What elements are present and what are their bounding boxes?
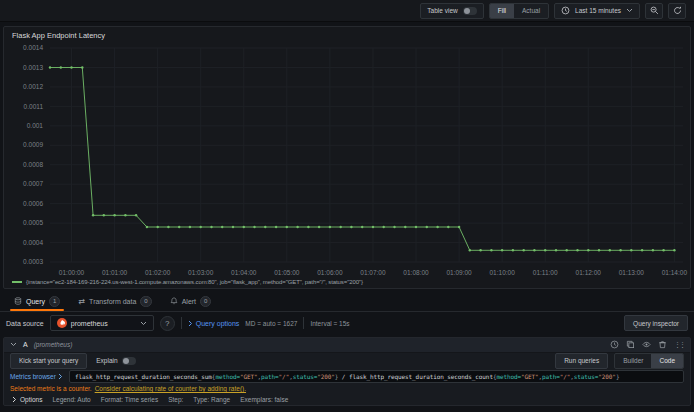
tab-query-label: Query [26, 298, 45, 305]
query-row-header[interactable]: A (prometheus) ⋮⋮ [4, 338, 690, 353]
drag-handle[interactable]: ⋮⋮ [674, 341, 684, 349]
counter-warning-text: Selected metric is a counter. [10, 385, 92, 392]
svg-text:01:07:00: 01:07:00 [360, 269, 386, 276]
refresh-button[interactable] [668, 3, 686, 19]
svg-text:0.0009: 0.0009 [23, 141, 43, 148]
svg-text:01:01:00: 01:01:00 [102, 269, 128, 276]
tab-transform-label: Transform data [89, 298, 136, 305]
editor-mode-group: Builder Code [614, 353, 684, 369]
svg-text:01:03:00: 01:03:00 [188, 269, 214, 276]
metrics-browser-label: Metrics browser [10, 373, 56, 380]
fit-mode-group: Fill Actual [489, 3, 549, 19]
svg-text:01:00:00: 01:00:00 [59, 269, 85, 276]
chart-legend[interactable]: {instance="ec2-184-169-216-224.us-west-1… [12, 279, 363, 285]
explain-toggle-group: Explain [96, 357, 135, 365]
svg-text:0.0013: 0.0013 [23, 64, 43, 71]
svg-text:01:08:00: 01:08:00 [403, 269, 429, 276]
option-exemplars: Exemplars: false [240, 396, 288, 403]
metrics-browser-toggle[interactable]: Metrics browser [10, 373, 63, 380]
refresh-icon [673, 6, 682, 15]
options-label-text: Options [20, 396, 42, 403]
query-warning-row: Selected metric is a counter. Consider c… [4, 385, 690, 394]
svg-text:01:10:00: 01:10:00 [489, 269, 515, 276]
transform-arrows-icon: ⇄ [78, 297, 85, 306]
option-format: Format: Time series [101, 396, 158, 403]
svg-text:0.0003: 0.0003 [23, 258, 43, 265]
table-view-label: Table view [427, 7, 457, 14]
svg-text:01:11:00: 01:11:00 [533, 269, 558, 276]
time-range-label: Last 15 minutes [575, 7, 621, 14]
explain-switch[interactable] [122, 357, 136, 365]
tab-transform-data[interactable]: ⇄ Transform data 0 [70, 291, 159, 311]
datasource-value: prometheus [71, 320, 108, 327]
clock-icon [561, 6, 570, 15]
svg-text:0.0012: 0.0012 [23, 83, 43, 90]
query-options-toggle[interactable]: Query options [188, 320, 240, 327]
chevron-right-icon [188, 320, 193, 327]
latency-chart[interactable]: 0.00140.00130.00120.00110.0010.00090.000… [5, 43, 689, 277]
promql-expression-input[interactable]: flask_http_request_duration_seconds_sum{… [69, 370, 684, 383]
query-history-icon[interactable] [610, 340, 619, 349]
builder-mode-button[interactable]: Builder [615, 354, 651, 368]
table-view-switch[interactable] [463, 7, 477, 15]
query-datasource-hint: (prometheus) [34, 341, 73, 348]
svg-text:0.0006: 0.0006 [23, 200, 43, 207]
tab-alert-label: Alert [182, 298, 196, 305]
svg-text:0.0007: 0.0007 [23, 180, 43, 187]
tab-alert[interactable]: Alert 0 [162, 291, 220, 311]
prometheus-logo-icon [57, 318, 67, 328]
table-view-toggle-group[interactable]: Table view [420, 3, 483, 19]
svg-text:01:04:00: 01:04:00 [231, 269, 257, 276]
editor-tabbar: Query 1 ⇄ Transform data 0 Alert 0 [0, 291, 694, 312]
svg-text:0.001: 0.001 [27, 122, 44, 129]
query-inspector-button[interactable]: Query inspector [624, 315, 688, 331]
actual-button[interactable]: Actual [514, 4, 548, 18]
svg-text:0.0014: 0.0014 [23, 44, 43, 51]
svg-text:01:12:00: 01:12:00 [576, 269, 602, 276]
add-rate-hint-link[interactable]: Consider calculating rate of counter by … [95, 385, 246, 392]
svg-text:01:06:00: 01:06:00 [317, 269, 343, 276]
query-field-row: Metrics browser flask_http_request_durat… [4, 369, 690, 385]
options-toggle[interactable]: Options [12, 396, 42, 403]
remove-query-trash-icon[interactable] [658, 340, 667, 349]
kick-start-query-button[interactable]: Kick start your query [10, 353, 87, 369]
svg-text:01:05:00: 01:05:00 [274, 269, 300, 276]
option-type: Type: Range [193, 396, 230, 403]
datasource-help-button[interactable]: ? [160, 316, 175, 331]
option-legend: Legend: Auto [52, 396, 90, 403]
svg-text:0.0004: 0.0004 [23, 239, 43, 246]
interval-summary: Interval = 15s [310, 320, 349, 327]
datasource-select[interactable]: prometheus [50, 315, 154, 331]
datasource-label: Data source [6, 320, 44, 327]
datasource-row: Data source prometheus ? Query options M… [6, 314, 688, 332]
tab-transform-badge: 0 [140, 296, 151, 307]
zoom-out-button[interactable] [645, 3, 663, 19]
option-step: Step: [168, 396, 183, 403]
divider [181, 317, 182, 329]
legend-series-label: {instance="ec2-184-169-216-224.us-west-1… [26, 279, 363, 285]
svg-text:01:14:00: 01:14:00 [662, 269, 688, 276]
duplicate-query-icon[interactable] [626, 340, 635, 349]
chevron-right-icon [58, 373, 63, 380]
panel-title: Flask App Endpoint Latency [12, 31, 105, 40]
time-range-picker[interactable]: Last 15 minutes [554, 3, 640, 19]
code-mode-button[interactable]: Code [651, 354, 683, 368]
zoom-out-icon [650, 6, 659, 15]
fill-button[interactable]: Fill [490, 4, 514, 18]
panel-editor-topbar: Table view Fill Actual Last 15 minutes [0, 0, 694, 22]
svg-text:01:02:00: 01:02:00 [145, 269, 171, 276]
svg-text:0.0005: 0.0005 [23, 219, 43, 226]
chevron-down-icon [140, 321, 147, 326]
tab-query[interactable]: Query 1 [6, 291, 68, 311]
query-options-label: Query options [196, 320, 240, 327]
hide-response-eye-icon[interactable] [642, 340, 651, 349]
latency-chart-svg: 0.00140.00130.00120.00110.0010.00090.000… [5, 43, 689, 277]
svg-text:01:13:00: 01:13:00 [619, 269, 645, 276]
legend-series-swatch [12, 281, 22, 283]
svg-text:0.0011: 0.0011 [24, 103, 44, 110]
query-editor-card: A (prometheus) ⋮⋮ Kick start your query … [3, 337, 691, 406]
run-queries-button[interactable]: Run queries [555, 353, 608, 369]
svg-text:0.0008: 0.0008 [23, 161, 43, 168]
svg-text:01:09:00: 01:09:00 [446, 269, 472, 276]
tab-query-badge: 1 [49, 296, 60, 307]
